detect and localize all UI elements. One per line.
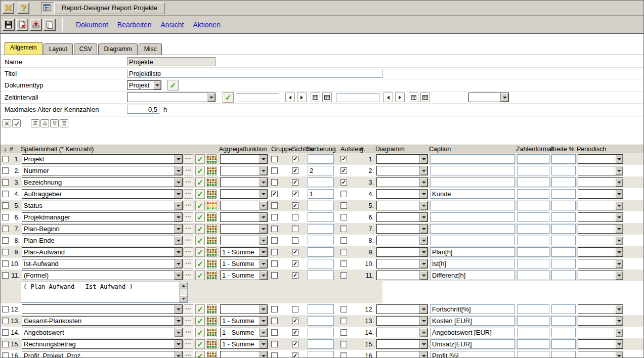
to-next-button[interactable]: [395, 93, 405, 102]
aggregatfunktion-select[interactable]: 1 - Summe: [220, 259, 268, 268]
dokumenttyp-select[interactable]: Projekt: [127, 80, 161, 90]
apply-button[interactable]: ✓: [195, 351, 205, 358]
column-content-select[interactable]: Rechnungsbetrag: [22, 339, 183, 349]
tab-allgemein[interactable]: Allgemein: [5, 42, 42, 55]
chevron-down-icon[interactable]: [419, 248, 427, 256]
chevron-down-icon[interactable]: [259, 340, 267, 348]
column-content-select[interactable]: Plan-Ende: [22, 236, 183, 245]
chevron-down-icon[interactable]: [500, 93, 508, 102]
chevron-down-icon[interactable]: [615, 271, 623, 280]
sichtbar-checkbox[interactable]: ✓: [292, 260, 298, 267]
chevron-down-icon[interactable]: [419, 178, 427, 187]
zeitintervall-to-input[interactable]: [336, 93, 379, 102]
row-select-checkbox[interactable]: [2, 306, 9, 312]
kennzahl-button[interactable]: [207, 316, 217, 326]
move-bottom-button[interactable]: [60, 119, 68, 127]
ellipsis-button[interactable]: •••: [184, 304, 193, 314]
caption-input[interactable]: Umsatz[EUR]: [430, 339, 515, 349]
apply-button[interactable]: ✓: [195, 224, 205, 234]
chevron-down-icon[interactable]: [615, 190, 623, 198]
chevron-down-icon[interactable]: [259, 155, 267, 163]
apply-button[interactable]: ✓: [195, 339, 205, 349]
chevron-down-icon[interactable]: [419, 351, 427, 358]
caption-input[interactable]: Ist[h]: [430, 259, 515, 268]
apply-button[interactable]: ✓: [195, 316, 205, 326]
titel-input[interactable]: Projektliste: [127, 69, 382, 78]
row-select-checkbox[interactable]: [2, 249, 9, 255]
periodisch-select[interactable]: [578, 351, 623, 358]
sichtbar-checkbox[interactable]: [292, 226, 298, 232]
apply-button[interactable]: ✓: [195, 259, 205, 268]
apply-button[interactable]: ✓: [195, 177, 205, 187]
row-select-checkbox[interactable]: [2, 202, 9, 209]
aufsteig-checkbox[interactable]: [340, 214, 347, 220]
caption-input[interactable]: Angebotswert [EUR]: [430, 328, 515, 337]
apply-button[interactable]: ✓: [195, 236, 205, 245]
row-select-checkbox[interactable]: [2, 226, 9, 232]
sichtbar-checkbox[interactable]: [292, 214, 298, 220]
caption-input[interactable]: Differenz[h]: [430, 271, 515, 280]
aggregatfunktion-select[interactable]: [220, 189, 268, 199]
apply-button[interactable]: ✓: [195, 304, 205, 314]
select-all-button[interactable]: [12, 119, 21, 127]
ellipsis-button[interactable]: •••: [184, 271, 193, 280]
row-select-checkbox[interactable]: [2, 260, 9, 267]
sortierung-input[interactable]: [308, 247, 334, 257]
gruppe-checkbox[interactable]: [271, 260, 278, 267]
move-down-button[interactable]: [50, 119, 59, 127]
chevron-down-icon[interactable]: [419, 201, 427, 210]
chevron-down-icon[interactable]: [259, 213, 267, 221]
zeitintervall-select[interactable]: [127, 93, 216, 102]
chevron-down-icon[interactable]: [615, 166, 623, 175]
aufsteig-checkbox[interactable]: [340, 272, 347, 279]
row-select-checkbox[interactable]: [2, 352, 9, 358]
breite-input[interactable]: [551, 259, 576, 268]
chevron-down-icon[interactable]: [259, 351, 267, 358]
kennzahl-button[interactable]: [207, 212, 217, 222]
diagramm-select[interactable]: [376, 271, 428, 280]
from-next-button[interactable]: [297, 93, 307, 102]
caption-input[interactable]: Fortschritt[%]: [430, 304, 515, 314]
chevron-down-icon[interactable]: [419, 305, 427, 314]
chevron-down-icon[interactable]: [259, 190, 267, 198]
gruppe-checkbox[interactable]: [271, 318, 278, 324]
caption-input[interactable]: Profit [%]: [430, 351, 515, 358]
periodisch-select[interactable]: [578, 201, 623, 210]
chevron-down-icon[interactable]: [615, 225, 623, 233]
periodisch-select[interactable]: [578, 304, 623, 314]
aggregatfunktion-select[interactable]: [220, 166, 268, 175]
kennzahl-button[interactable]: [207, 247, 217, 257]
column-content-select[interactable]: Ist-Aufwand: [22, 259, 183, 268]
delete-document-button[interactable]: [16, 19, 28, 31]
column-content-select[interactable]: [22, 304, 183, 314]
chevron-down-icon[interactable]: [419, 166, 427, 175]
dokumenttyp-apply-button[interactable]: ✓: [167, 80, 179, 91]
caption-input[interactable]: [430, 166, 515, 175]
apply-button[interactable]: ✓: [195, 247, 205, 257]
gruppe-checkbox[interactable]: [271, 329, 278, 336]
gruppe-checkbox[interactable]: [271, 352, 278, 358]
periodisch-select[interactable]: [578, 189, 623, 199]
aufsteig-checkbox[interactable]: [340, 237, 347, 244]
report-icon-frame[interactable]: [41, 2, 54, 14]
sichtbar-checkbox[interactable]: ✓: [292, 341, 298, 347]
gruppe-checkbox[interactable]: [271, 156, 278, 162]
aggregatfunktion-select[interactable]: [220, 304, 268, 314]
chevron-down-icon[interactable]: [259, 178, 267, 187]
chevron-down-icon[interactable]: [174, 259, 182, 268]
chevron-down-icon[interactable]: [615, 351, 623, 358]
sortierung-input[interactable]: [308, 154, 334, 164]
chevron-down-icon[interactable]: [174, 166, 182, 175]
diagramm-select[interactable]: [376, 189, 428, 199]
aufsteig-checkbox[interactable]: ✓: [340, 179, 347, 186]
sichtbar-checkbox[interactable]: [292, 237, 298, 244]
aufsteig-checkbox[interactable]: [340, 191, 347, 197]
diagramm-select[interactable]: [376, 304, 428, 314]
caption-input[interactable]: [430, 224, 515, 234]
diagramm-select[interactable]: [376, 351, 428, 358]
column-content-select[interactable]: Profit_Projekt_Proz,: [22, 351, 183, 358]
aggregatfunktion-select[interactable]: 1 - Summe: [220, 247, 268, 257]
periodisch-select[interactable]: [578, 154, 623, 164]
zeitintervall-apply-button[interactable]: ✓: [223, 92, 234, 103]
sichtbar-checkbox[interactable]: ✓: [292, 329, 298, 336]
